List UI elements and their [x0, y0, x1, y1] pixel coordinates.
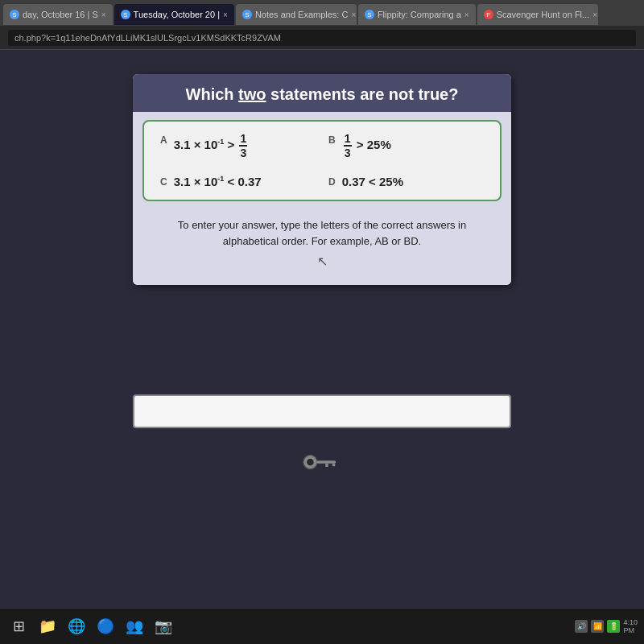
tab-5-label: Scavenger Hunt on Fl...	[497, 10, 590, 19]
tab-5[interactable]: F Scavenger Hunt on Fl... ×	[477, 4, 598, 25]
option-a-letter: A	[160, 134, 167, 146]
tab-1-label: day, October 16 | S	[23, 10, 98, 19]
taskbar-icon-app3[interactable]: 📷	[151, 614, 175, 638]
system-tray: 🔊 📶 🔋 4:10PM	[575, 618, 638, 634]
tab-1-close[interactable]: ×	[101, 10, 106, 19]
key-svg	[298, 451, 346, 473]
content-area: Which two statements are not true? A 3.1…	[0, 50, 644, 608]
option-b-content: 1 3 > 25%	[342, 133, 391, 159]
clock: 4:10PM	[623, 618, 638, 634]
answer-area	[133, 394, 511, 428]
question-title-underline: two	[238, 85, 266, 103]
tab-4[interactable]: S Flippity: Comparing a ×	[358, 4, 476, 25]
tab-5-icon: F	[484, 10, 493, 19]
option-b: B 1 3 > 25%	[322, 128, 490, 163]
tab-1[interactable]: S day, October 16 | S ×	[3, 4, 113, 25]
option-b-fraction: 1 3	[344, 133, 352, 159]
tab-1-icon: S	[10, 10, 19, 19]
tab-2[interactable]: S Tuesday, October 20 | ×	[114, 4, 234, 25]
key-icon	[298, 451, 346, 473]
tab-3-close[interactable]: ×	[351, 10, 356, 19]
svg-rect-3	[325, 464, 328, 467]
taskbar-left: ⊞ 📁 🌐 🔵 👥 📷	[6, 614, 575, 638]
tab-2-label: Tuesday, October 20 |	[134, 10, 220, 19]
svg-rect-4	[332, 464, 335, 466]
browser-chrome: S day, October 16 | S × S Tuesday, Octob…	[0, 0, 644, 50]
taskbar-icon-app1[interactable]: 🔵	[93, 614, 118, 638]
cursor-symbol: ↖	[317, 254, 328, 268]
tab-2-icon: S	[121, 10, 130, 19]
tab-5-close[interactable]: ×	[592, 10, 597, 19]
tab-4-icon: S	[365, 10, 374, 19]
answer-input[interactable]	[133, 394, 511, 428]
option-d-letter: D	[328, 176, 336, 188]
svg-rect-2	[316, 460, 336, 463]
tab-3-label: Notes and Examples: C	[255, 10, 349, 19]
option-a-fraction: 1 3	[239, 133, 247, 159]
tab-2-close[interactable]: ×	[223, 10, 228, 19]
option-c-letter: C	[160, 176, 167, 188]
taskbar-icon-app2[interactable]: 👥	[122, 614, 147, 638]
tab-4-label: Flippity: Comparing a	[378, 10, 461, 19]
tab-3-icon: S	[242, 10, 252, 19]
address-bar	[0, 26, 644, 50]
instructions-text: To enter your answer, type the letters o…	[149, 217, 495, 249]
question-header: Which two statements are not true?	[133, 74, 511, 112]
taskbar-icon-start[interactable]: ⊞	[6, 614, 31, 638]
svg-point-1	[307, 459, 314, 466]
key-area	[298, 451, 346, 473]
address-input[interactable]	[8, 30, 636, 46]
option-a-content: 3.1 × 10-1 > 1 3	[174, 133, 250, 159]
option-c-content: 3.1 × 10-1 < 0.37	[174, 175, 262, 188]
instructions: To enter your answer, type the letters o…	[133, 209, 511, 285]
option-c: C 3.1 × 10-1 < 0.37	[154, 170, 322, 193]
option-b-letter: B	[328, 134, 336, 146]
question-title: Which two statements are not true?	[149, 85, 495, 104]
option-a-sup: -1	[217, 138, 224, 146]
tab-3[interactable]: S Notes and Examples: C ×	[236, 4, 357, 25]
question-title-part1: Which	[186, 85, 239, 103]
tab-bar: S day, October 16 | S × S Tuesday, Octob…	[0, 0, 644, 26]
question-title-part2: statements are not true?	[266, 85, 459, 103]
cursor-area: ↖	[149, 249, 495, 274]
instructions-line1: To enter your answer, type the letters o…	[178, 219, 466, 231]
instructions-line2: alphabetical order. For example, AB or B…	[223, 235, 421, 247]
option-a: A 3.1 × 10-1 > 1 3	[154, 128, 322, 163]
tray-icon-3[interactable]: 🔋	[607, 620, 620, 633]
option-c-sup: -1	[217, 175, 224, 183]
taskbar-icon-browser[interactable]: 🌐	[64, 614, 89, 638]
option-d: D 0.37 < 25%	[322, 170, 490, 193]
taskbar-right: 🔊 📶 🔋 4:10PM	[575, 618, 638, 634]
question-container: Which two statements are not true? A 3.1…	[133, 74, 511, 285]
tray-icon-2[interactable]: 📶	[591, 620, 604, 633]
tray-icon-1[interactable]: 🔊	[575, 620, 588, 633]
tab-4-close[interactable]: ×	[464, 10, 469, 19]
options-grid: A 3.1 × 10-1 > 1 3 B 1 3 > 25%	[142, 120, 502, 201]
taskbar: ⊞ 📁 🌐 🔵 👥 📷 🔊 📶 🔋 4:10PM	[0, 608, 644, 644]
option-d-content: 0.37 < 25%	[342, 175, 403, 188]
taskbar-icon-explorer[interactable]: 📁	[35, 614, 60, 638]
